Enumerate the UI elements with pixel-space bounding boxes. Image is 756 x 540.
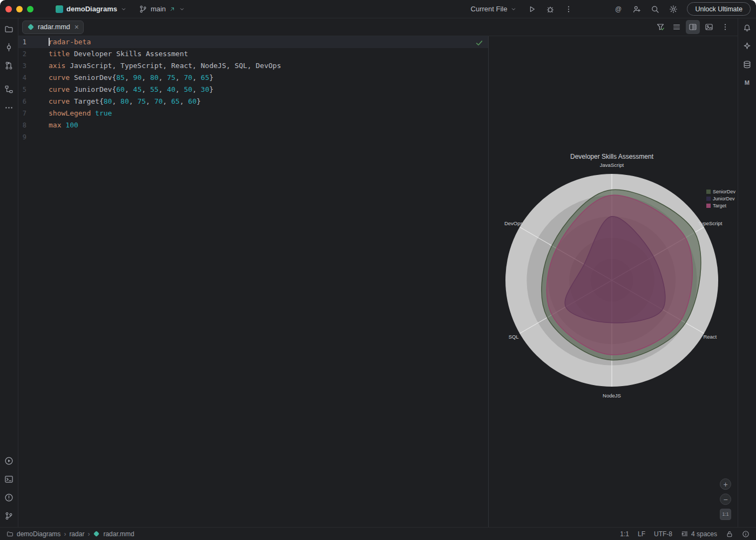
code-line-9[interactable]: 9 — [18, 131, 488, 143]
breadcrumb-item[interactable]: radar — [69, 530, 84, 538]
cursor-position[interactable]: 1:1 — [620, 530, 629, 538]
code-with-me-button[interactable] — [630, 2, 644, 16]
bug-icon — [546, 5, 555, 14]
run-button[interactable] — [525, 2, 539, 16]
code-editor[interactable]: 1radar-beta2title Developer Skills Asses… — [18, 36, 489, 527]
add-user-icon — [632, 5, 641, 14]
legend-swatch — [706, 197, 711, 201]
code-line-3[interactable]: 3axis JavaScript, TypeScript, React, Nod… — [18, 60, 488, 72]
version-control-tool-button[interactable] — [2, 509, 16, 523]
close-tab-icon[interactable]: × — [75, 23, 79, 31]
search-everywhere-button[interactable] — [648, 2, 662, 16]
code-line-2[interactable]: 2title Developer Skills Assessment — [18, 48, 488, 60]
radar-axis-label: NodeJS — [603, 393, 621, 399]
readonly-lock-icon[interactable] — [726, 530, 733, 538]
mermaid-file-icon — [93, 530, 100, 537]
code-text: axis JavaScript, TypeScript, React, Node… — [49, 62, 281, 70]
code-text: radar-beta — [49, 38, 91, 46]
run-tool-button[interactable] — [2, 454, 16, 468]
project-selector[interactable]: demoDiagrams — [52, 3, 131, 15]
code-line-8[interactable]: 8max 100 — [18, 119, 488, 131]
zoom-reset-button[interactable]: 1:1 — [720, 509, 731, 520]
unlock-ultimate-button[interactable]: Unlock Ultimate — [687, 2, 751, 16]
structure-icon — [4, 85, 14, 94]
breadcrumb-item[interactable]: radar.mmd — [103, 530, 134, 538]
tab-radar-mmd[interactable]: radar.mmd × — [22, 21, 84, 34]
text-caret — [49, 38, 50, 46]
project-folder-icon — [6, 530, 14, 537]
editor-more-options-button[interactable] — [718, 20, 732, 34]
editor-only-view-button[interactable] — [670, 20, 684, 34]
mermaid-tool-button[interactable]: M — [740, 76, 754, 90]
zoom-out-button[interactable]: − — [720, 494, 731, 505]
code-line-6[interactable]: 6curve Target{80, 80, 75, 70, 65, 60} — [18, 96, 488, 107]
kebab-icon — [721, 23, 730, 31]
fullscreen-window-button[interactable] — [27, 6, 33, 12]
problems-tool-button[interactable] — [2, 490, 16, 504]
inspections-filter-button[interactable] — [653, 20, 667, 34]
svg-text:@: @ — [615, 5, 622, 13]
settings-button[interactable] — [666, 2, 680, 16]
image-icon — [705, 23, 713, 31]
ai-assistant-button[interactable]: @ — [611, 2, 625, 16]
indent-label: 4 spaces — [691, 530, 717, 538]
radar-axis-label: JavaScript — [600, 162, 624, 168]
inspections-ok-icon[interactable] — [475, 39, 483, 49]
breadcrumb: demoDiagrams›radar›radar.mmd — [6, 530, 134, 538]
line-separator[interactable]: LF — [638, 530, 645, 538]
radar-axis-label: SQL — [509, 334, 519, 340]
line-number: 7 — [18, 107, 26, 119]
line-number: 2 — [18, 48, 26, 60]
code-line-1[interactable]: 1radar-beta — [18, 36, 488, 48]
play-icon — [528, 5, 536, 14]
close-window-button[interactable] — [5, 6, 12, 12]
code-line-5[interactable]: 5curve JuniorDev{60, 45, 55, 40, 50, 30} — [18, 84, 488, 96]
legend-label: Target — [713, 203, 727, 208]
breadcrumb-item[interactable]: demoDiagrams — [17, 530, 60, 538]
statusbar: demoDiagrams›radar›radar.mmd 1:1 LF UTF-… — [0, 527, 756, 540]
statusbar-widgets: 1:1 LF UTF-8 4 spaces — [620, 530, 750, 538]
branch-selector[interactable]: main — [135, 3, 189, 15]
code-line-4[interactable]: 4curve SeniorDev{85, 90, 80, 75, 70, 65} — [18, 72, 488, 84]
terminal-tool-button[interactable] — [2, 472, 16, 486]
code-text: title Developer Skills Assessment — [49, 50, 188, 58]
pull-requests-tool-button[interactable] — [2, 58, 16, 72]
run-configuration-selector[interactable]: Current File — [467, 3, 521, 15]
filter-check-icon — [656, 23, 665, 31]
kebab-icon — [564, 5, 573, 14]
line-number: 3 — [18, 60, 26, 72]
mermaid-preview-panel: Developer Skills AssessmentJavaScriptTyp… — [489, 36, 738, 527]
database-tool-button[interactable] — [740, 57, 754, 71]
structure-tool-button[interactable] — [2, 82, 16, 96]
file-encoding[interactable]: UTF-8 — [654, 530, 672, 538]
more-run-actions-button[interactable] — [562, 2, 576, 16]
terminal-icon — [4, 475, 14, 484]
code-line-7[interactable]: 7showLegend true — [18, 107, 488, 119]
git-branch-icon — [4, 511, 14, 521]
window-controls — [5, 6, 33, 12]
project-name: demoDiagrams — [66, 5, 117, 13]
project-tool-button[interactable] — [2, 22, 16, 36]
preview-only-view-button[interactable] — [702, 20, 716, 34]
code-text: curve SeniorDev{85, 90, 80, 75, 70, 65} — [49, 73, 213, 82]
radar-axis-label: React — [703, 334, 717, 340]
tabbar-actions — [653, 20, 738, 34]
branch-name: main — [151, 5, 166, 13]
editor-preview-split-view-button[interactable] — [686, 20, 700, 34]
project-icon — [56, 5, 63, 13]
search-icon — [651, 5, 659, 14]
ide-window: demoDiagrams main Current File @ Unlock … — [0, 0, 756, 540]
git-branch-icon — [139, 5, 147, 14]
zoom-in-button[interactable]: + — [720, 478, 731, 490]
indent-style[interactable]: 4 spaces — [681, 530, 717, 538]
line-number: 6 — [18, 96, 26, 107]
more-tools-button[interactable] — [2, 100, 16, 114]
indent-icon — [681, 530, 688, 538]
notifications-button[interactable] — [740, 21, 754, 35]
ai-assistant-button[interactable] — [740, 39, 754, 53]
list-icon — [672, 23, 681, 31]
notifications-status-icon[interactable] — [742, 530, 750, 538]
minimize-window-button[interactable] — [16, 6, 23, 12]
debug-button[interactable] — [543, 2, 557, 16]
commit-tool-button[interactable] — [2, 40, 16, 54]
